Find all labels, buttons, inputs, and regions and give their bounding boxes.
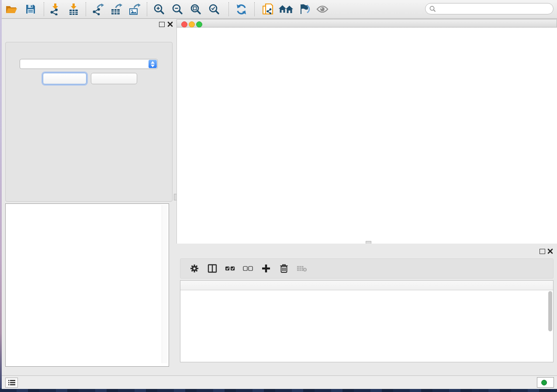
- toolbar-separator: [254, 2, 255, 16]
- main-toolbar: [2, 0, 557, 19]
- close-panel-button[interactable]: [91, 73, 137, 84]
- window-minimize-traffic-light[interactable]: [189, 21, 195, 28]
- apply-layout-icon[interactable]: [235, 3, 247, 15]
- memory-status-icon: [541, 380, 547, 385]
- window-close-traffic-light[interactable]: [181, 21, 187, 28]
- select-stepper-icon: [149, 60, 157, 68]
- toolbar-separator: [228, 2, 229, 16]
- export-network-icon[interactable]: [92, 3, 104, 15]
- task-history-button[interactable]: [5, 378, 18, 388]
- network-graph[interactable]: [177, 28, 557, 243]
- control-panel-tabs: [2, 32, 176, 42]
- cytoscape-window: [2, 0, 557, 389]
- hide-flagged-icon[interactable]: [298, 3, 310, 15]
- mcds-list-scrollbar[interactable]: [162, 205, 168, 363]
- run-mcds-button[interactable]: [43, 73, 86, 84]
- toolbar-separator: [86, 2, 86, 16]
- mcds-panel: [5, 42, 173, 202]
- toolbar-separator: [147, 2, 147, 16]
- zoom-out-icon[interactable]: [171, 3, 183, 15]
- search-icon: [429, 6, 436, 12]
- zoom-selected-icon[interactable]: [208, 3, 220, 15]
- import-table-icon[interactable]: [67, 3, 80, 15]
- show-graphics-icon[interactable]: [316, 3, 329, 15]
- table-settings-icon[interactable]: [189, 263, 200, 274]
- float-panel-icon[interactable]: [159, 22, 165, 27]
- node-table: [180, 280, 554, 362]
- table-float-icon[interactable]: [540, 249, 545, 254]
- zoom-fit-icon[interactable]: [190, 3, 202, 15]
- criterion-select[interactable]: [20, 59, 158, 69]
- open-session-icon[interactable]: [5, 3, 17, 15]
- home-icon[interactable]: [278, 3, 294, 15]
- show-columns-icon[interactable]: [207, 263, 218, 274]
- status-bar: [2, 375, 557, 389]
- window-zoom-traffic-light[interactable]: [196, 21, 202, 28]
- export-table-icon[interactable]: [110, 3, 122, 15]
- export-image-icon[interactable]: [128, 3, 141, 15]
- network-canvas[interactable]: [176, 28, 557, 244]
- table-tabs: [176, 363, 557, 374]
- table-scrollbar-thumb[interactable]: [548, 291, 552, 331]
- save-session-icon[interactable]: [24, 3, 37, 15]
- network-window-titlebar[interactable]: [176, 19, 557, 28]
- table-scrollbar[interactable]: [548, 290, 553, 362]
- table-toolbar: [180, 258, 554, 279]
- mcds-result-box: [5, 203, 169, 367]
- search-box[interactable]: [425, 3, 554, 14]
- control-panel-header: [2, 19, 176, 30]
- add-icon[interactable]: [261, 263, 271, 274]
- list-icon: [8, 380, 15, 385]
- delete-table-icon[interactable]: [297, 263, 307, 274]
- share-network-file-icon[interactable]: [261, 3, 273, 15]
- table-close-icon[interactable]: [547, 248, 553, 256]
- memory-button[interactable]: [537, 377, 554, 388]
- import-network-icon[interactable]: [49, 3, 61, 15]
- desktop-wallpaper-bottom: [0, 389, 557, 392]
- delete-icon[interactable]: [279, 263, 289, 274]
- unselect-all-icon[interactable]: [243, 263, 253, 274]
- zoom-in-icon[interactable]: [153, 3, 165, 15]
- close-panel-icon[interactable]: [167, 21, 173, 29]
- table-header-row: [180, 281, 553, 290]
- table-panel: [176, 244, 557, 375]
- select-all-icon[interactable]: [225, 263, 235, 274]
- search-input[interactable]: [439, 5, 553, 13]
- toolbar-separator: [44, 2, 44, 16]
- mcds-result-list[interactable]: [6, 207, 160, 363]
